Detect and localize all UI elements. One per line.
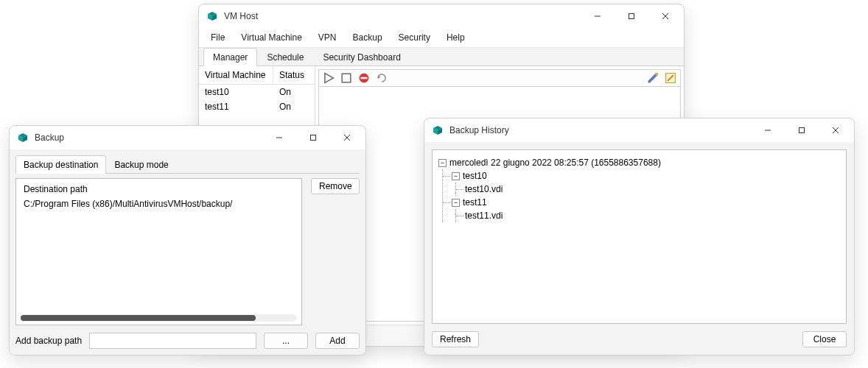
app-logo-icon [206,10,218,22]
backup-body: Backup destination Backup mode Destinati… [10,149,365,355]
minimize-button[interactable] [581,5,615,27]
history-titlebar[interactable]: Backup History [424,118,854,142]
backup-window: Backup Backup destination Backup mode De… [9,125,366,355]
tab-security-dashboard[interactable]: Security Dashboard [313,48,410,66]
history-body: − mercoledì 22 giugno 2022 08:25:57 (165… [424,142,854,355]
table-row[interactable]: test11 On [199,99,315,114]
tree-children: − test10 test10.vdi − test11 [442,169,840,222]
svg-point-9 [655,73,658,76]
tree-leaf[interactable]: test11.vdi [456,209,840,222]
cell-vm-status: On [273,85,315,99]
tree-collapse-icon[interactable]: − [438,159,447,167]
window-controls [581,5,682,27]
vm-table-head: Virtual Machine Status [199,66,315,85]
close-button[interactable] [330,127,364,149]
tab-schedule[interactable]: Schedule [257,48,313,66]
window-controls [751,119,853,141]
scrollbar-thumb[interactable] [21,315,256,321]
refresh-button[interactable]: Refresh [432,331,479,347]
forbidden-icon[interactable] [357,71,371,85]
svg-rect-7 [361,77,368,79]
tab-backup-destination[interactable]: Backup destination [15,155,106,174]
table-row[interactable]: test10 On [199,85,315,99]
tree-collapse-icon[interactable]: − [452,172,460,180]
maximize-button[interactable] [615,5,648,27]
backup-titlebar[interactable]: Backup [10,126,365,149]
app-logo-icon [17,132,29,144]
svg-rect-5 [342,74,351,82]
backup-title: Backup [35,132,262,143]
vmhost-title: VM Host [224,11,581,21]
svg-rect-15 [311,135,316,141]
history-window: Backup History − mercoledì 22 giugno 202… [424,118,855,355]
destination-list[interactable]: Destination path C:/Program Files (x86)/… [15,178,302,325]
tree-file-label: test10.vdi [465,183,503,196]
add-path-label: Add backup path [15,336,82,346]
vmhost-titlebar[interactable]: VM Host [199,4,684,28]
browse-button[interactable]: ... [264,333,308,349]
svg-rect-19 [799,128,805,133]
remove-button[interactable]: Remove [311,178,360,194]
close-button[interactable] [819,119,853,141]
svg-marker-4 [325,74,334,83]
add-button[interactable]: Add [315,333,360,349]
minimize-button[interactable] [751,119,785,141]
tree-root-label: mercoledì 22 giugno 2022 08:25:57 (16558… [449,156,661,169]
side-controls: Remove [311,178,360,325]
cell-vm-name: test11 [199,99,273,114]
backup-bottom-row: Add backup path ... Add [15,333,360,349]
svg-rect-1 [629,14,634,19]
tab-manager[interactable]: Manager [203,48,257,66]
list-item[interactable]: C:/Program Files (x86)/MultiAntivirusVMH… [19,197,298,211]
menu-vpn[interactable]: VPN [311,29,344,46]
history-bottom-row: Refresh Close [432,331,847,347]
close-button[interactable] [648,5,682,27]
backup-list-row: Destination path C:/Program Files (x86)/… [15,178,360,325]
destination-list-header[interactable]: Destination path [19,182,298,197]
close-button[interactable]: Close [802,331,847,347]
col-status[interactable]: Status [273,66,315,84]
tree-vm[interactable]: − test11 [452,196,840,209]
mgr-tabbar: Manager Schedule Security Dashboard [199,48,684,66]
maximize-button[interactable] [296,127,330,149]
tree-vm-label: test10 [463,169,487,183]
refresh-icon[interactable] [375,71,388,85]
menu-file[interactable]: File [203,29,232,46]
tree-leaf[interactable]: test10.vdi [456,183,840,196]
history-title: Backup History [449,125,751,135]
col-virtual-machine[interactable]: Virtual Machine [199,66,273,84]
edit-icon[interactable] [664,71,677,85]
tree-node: − test10 test10.vdi [443,169,840,196]
tab-backup-mode[interactable]: Backup mode [106,155,176,174]
vm-toolbar [318,69,681,87]
tree-vm[interactable]: − test10 [452,169,840,183]
menu-help[interactable]: Help [439,29,472,46]
settings-wrench-icon[interactable] [646,71,659,85]
backup-tabbar: Backup destination Backup mode [15,155,360,174]
menu-security[interactable]: Security [391,29,438,46]
window-controls [262,127,364,149]
tree-file-label: test11.vdi [465,209,503,222]
cell-vm-status: On [273,99,315,114]
minimize-button[interactable] [262,127,296,149]
tree-collapse-icon[interactable]: − [452,199,460,207]
menubar: File Virtual Machine VPN Backup Security… [199,28,684,48]
path-input[interactable] [89,333,256,349]
tree-vm-label: test11 [463,196,487,209]
cell-vm-name: test10 [199,85,273,99]
horizontal-scrollbar[interactable] [21,314,297,322]
stop-icon[interactable] [340,71,353,85]
tree-node: − test11 test11.vdi [443,196,840,222]
menu-virtual-machine[interactable]: Virtual Machine [234,29,309,46]
play-icon[interactable] [322,71,335,85]
tree-root[interactable]: − mercoledì 22 giugno 2022 08:25:57 (165… [438,156,840,169]
maximize-button[interactable] [785,119,819,141]
history-tree[interactable]: − mercoledì 22 giugno 2022 08:25:57 (165… [432,149,847,324]
app-logo-icon [432,124,444,136]
menu-backup[interactable]: Backup [346,29,390,46]
